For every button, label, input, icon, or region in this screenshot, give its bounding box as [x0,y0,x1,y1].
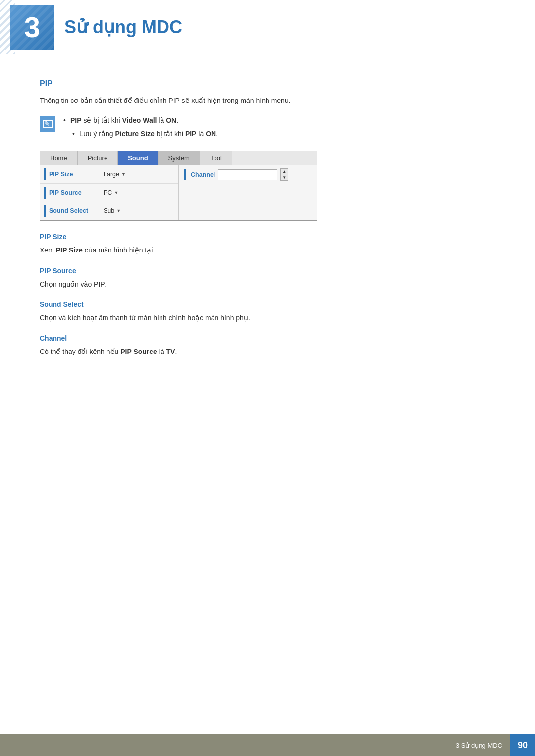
tab-picture[interactable]: Picture [78,151,118,165]
footer-page-number: 90 [510,734,535,756]
subsection-channel-title: Channel [40,334,495,342]
note-content: PIP sẽ bị tắt khi Video Wall là ON. Lưu … [61,115,495,141]
sound-select-dropdown-arrow[interactable]: ▼ [116,208,121,213]
row-accent [44,187,46,199]
channel-input[interactable] [218,169,277,180]
pip-size-label: PIP Size [49,171,104,178]
note-item-1: PIP sẽ bị tắt khi Video Wall là ON. [61,115,495,126]
page-footer: 3 Sử dụng MDC 90 [0,734,535,756]
menu-row-sound-select: Sound Select Sub ▼ [40,202,178,220]
subsection-sound-select-text: Chọn và kích hoạt âm thanh từ màn hình c… [40,312,495,323]
pip-source-label: PIP Source [49,189,104,196]
sound-select-value: Sub ▼ [104,207,121,214]
note-icon [40,116,55,132]
tab-sound[interactable]: Sound [118,151,158,165]
channel-accent [184,169,186,180]
sound-select-label: Sound Select [49,207,104,214]
channel-spinner[interactable]: ▲ ▼ [280,168,288,181]
chapter-number-block: 3 [10,5,54,50]
pip-source-value: PC ▼ [104,189,118,196]
spinner-up[interactable]: ▲ [281,169,288,175]
subsection-pip-size-title: PIP Size [40,233,495,241]
spinner-down[interactable]: ▼ [281,175,288,181]
main-content: PIP Thông tin cơ bản cần thiết để điều c… [0,54,535,402]
note-item-2: Lưu ý rằng Picture Size bị tắt khi PIP l… [61,128,495,139]
page-header: 3 Sử dụng MDC [0,0,535,54]
tab-tool[interactable]: Tool [200,151,232,165]
pencil-icon [43,120,53,128]
subsection-pip-source-title: PIP Source [40,267,495,275]
menu-mockup: Home Picture Sound System Tool PIP Size … [40,151,317,221]
menu-right-panel: Channel ▲ ▼ [179,165,317,220]
subsection-pip-source-text: Chọn nguồn vào PIP. [40,279,495,290]
pip-source-dropdown-arrow[interactable]: ▼ [114,190,118,195]
subsection-sound-select-title: Sound Select [40,301,495,308]
footer-chapter-text: 3 Sử dụng MDC [456,742,510,749]
menu-left-panel: PIP Size Large ▼ PIP Source PC ▼ [40,165,179,220]
menu-row-pip-source: PIP Source PC ▼ [40,184,178,202]
menu-body: PIP Size Large ▼ PIP Source PC ▼ [40,165,317,220]
channel-label: Channel [191,171,215,178]
tab-home[interactable]: Home [40,151,78,165]
pip-size-value: Large ▼ [104,171,126,178]
subsection-pip-size-text: Xem PIP Size của màn hình hiện tại. [40,245,495,255]
pip-size-dropdown-arrow[interactable]: ▼ [121,172,126,177]
subsection-channel-text: Có thể thay đổi kênh nếu PIP Source là T… [40,346,495,357]
row-accent [44,205,46,217]
note-box: PIP sẽ bị tắt khi Video Wall là ON. Lưu … [40,115,495,141]
row-accent [44,168,46,180]
section-pip-title: PIP [40,79,495,88]
intro-paragraph: Thông tin cơ bản cần thiết để điều chỉnh… [40,95,495,106]
tab-system[interactable]: System [159,151,200,165]
menu-tabs: Home Picture Sound System Tool [40,151,317,165]
chapter-title: Sử dụng MDC [64,17,182,38]
menu-row-pip-size: PIP Size Large ▼ [40,165,178,184]
channel-row: Channel ▲ ▼ [184,168,312,181]
chapter-number: 3 [24,13,40,42]
